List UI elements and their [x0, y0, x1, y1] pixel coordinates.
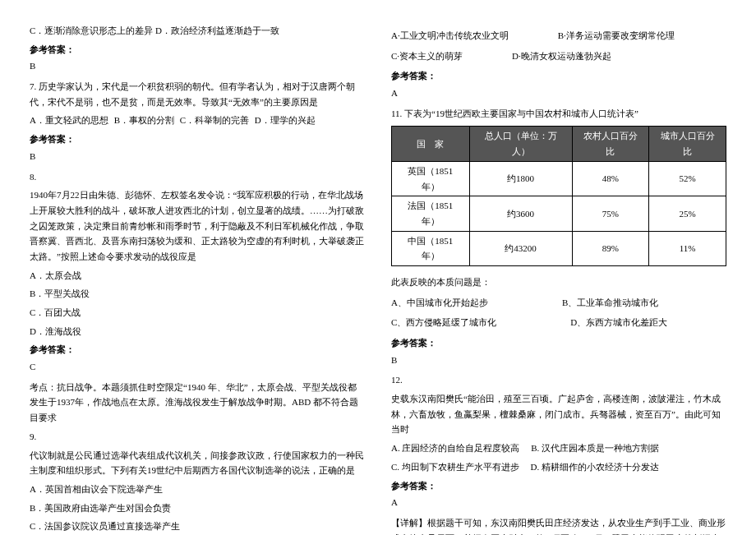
q8-explanation: 考点：抗日战争。本题须抓住时空限定“1940 年、华北”，太原会战、平型关战役都…: [30, 380, 365, 426]
q9-number: 9.: [30, 429, 365, 445]
q9-option-c: C．法国参议院议员通过直接选举产生: [30, 519, 365, 534]
q8-option-d: D．淮海战役: [30, 324, 365, 339]
q8-option-b: B．平型关战役: [30, 286, 365, 302]
th-country: 国 家: [392, 127, 470, 161]
left-column: C．逐渐消除意识形态上的差异 D．政治经济利益逐渐趋于一致 参考答案： B 7.…: [16, 23, 378, 535]
th-rural: 农村人口百分比: [572, 127, 649, 161]
q12-body: 史载东汉南阳樊氏“能治田，殖至三百顷。广起庐舍，高楼连阁，波陂灌注，竹木成林，六…: [391, 391, 726, 437]
table-row: 英国（1851年） 约1800 48% 52%: [392, 161, 726, 196]
answer-value: B: [30, 149, 365, 164]
q7-stem: 7. 历史学家认为，宋代是一个积贫积弱的朝代。但有学者认为，相对于汉唐两个朝代，…: [30, 79, 365, 109]
answer-label: 参考答案：: [391, 478, 726, 494]
q12-option-d: D. 精耕细作的小农经济十分发达: [531, 462, 659, 472]
answer-value: B: [30, 58, 365, 74]
q8-option-c: C．百团大战: [30, 305, 365, 321]
q10-option-b: B·洋务运动需要改变纲常伦理: [558, 28, 675, 44]
q11-option-d: D、东西方城市化差距大: [570, 315, 667, 330]
q12-option-b: B. 汉代庄园本质是一种地方割据: [531, 443, 659, 453]
answer-label: 参考答案：: [391, 68, 726, 84]
q9-option-b: B．美国政府由选举产生对国会负责: [30, 500, 365, 516]
th-urban: 城市人口百分比: [649, 127, 726, 161]
answer-label: 参考答案：: [391, 335, 726, 351]
q10-option-d: D·晚清女权运动蓬勃兴起: [512, 48, 611, 64]
q6-options-tail: C．逐渐消除意识形态上的差异 D．政治经济利益逐渐趋于一致: [30, 23, 365, 39]
answer-value: B: [391, 353, 726, 368]
table-row: 中国（1851年） 约43200 89% 11%: [392, 231, 726, 265]
q12-explanation: 【详解】根据题干可知，东汉南阳樊氏田庄经济发达，从农业生产到手工业、商业形成自给…: [391, 515, 726, 535]
q8-number: 8.: [30, 169, 365, 185]
q11-option-a: A、中国城市化开始起步: [391, 295, 488, 311]
answer-value: C: [30, 359, 365, 375]
q11-option-c: C、西方侵略延缓了城市化: [391, 315, 496, 330]
th-total: 总人口（单位：万人）: [469, 127, 572, 161]
q10-option-a: A·工业文明冲击传统农业文明: [391, 28, 509, 44]
q11-stem: 11. 下表为“19世纪西欧主要国家与中国农村和城市人口统计表”: [391, 106, 726, 122]
q12-option-c: C. 均田制下农耕生产水平有进步: [391, 462, 519, 472]
q12-number: 12.: [391, 372, 726, 388]
q10-option-c: C·资本主义的萌芽: [391, 48, 463, 64]
q7-options: A．重文轻武的思想 B．事权的分割 C．科举制的完善 D．理学的兴起: [30, 113, 365, 128]
q11-prompt: 此表反映的本质问题是：: [391, 274, 726, 290]
right-column: A·工业文明冲击传统农业文明 B·洋务运动需要改变纲常伦理 C·资本主义的萌芽 …: [378, 23, 740, 535]
q11-option-b: B、工业革命推动城市化: [562, 295, 658, 311]
q8-body: 1940年7月22日由朱德、彭德怀、左权签名发令说：“我军应积极的行动，在华北战…: [30, 187, 365, 264]
q9-option-a: A．英国首相由议会下院选举产生: [30, 482, 365, 497]
answer-label: 参考答案：: [30, 42, 365, 58]
population-table: 国 家 总人口（单位：万人） 农村人口百分比 城市人口百分比 英国（1851年）…: [391, 126, 726, 266]
table-row: 法国（1851年） 约3600 75% 25%: [392, 196, 726, 231]
answer-label: 参考答案：: [30, 342, 365, 357]
q12-option-a: A. 庄园经济的自给自足程度较高: [391, 443, 519, 453]
answer-value: A: [391, 495, 726, 510]
answer-value: A: [391, 85, 726, 101]
answer-label: 参考答案：: [30, 131, 365, 147]
q8-option-a: A．太原会战: [30, 268, 365, 284]
q9-body: 代议制就是公民通过选举代表组成代议机关，间接参政议政，行使国家权力的一种民主制度…: [30, 448, 365, 478]
